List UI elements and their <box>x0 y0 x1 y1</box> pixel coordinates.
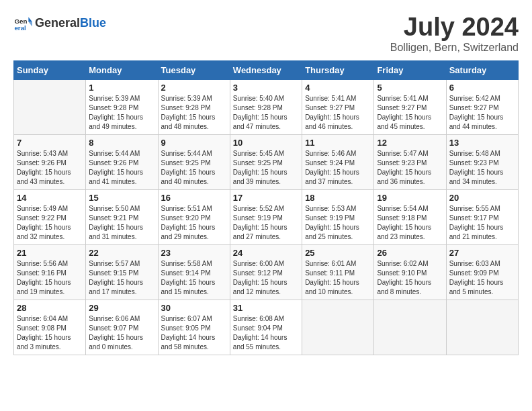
day-number: 3 <box>233 83 299 93</box>
day-info: Sunrise: 5:41 AMSunset: 9:27 PMDaylight:… <box>377 94 443 132</box>
header-day-wednesday: Wednesday <box>230 60 302 79</box>
svg-marker-2 <box>28 17 32 22</box>
day-info: Sunrise: 6:08 AMSunset: 9:04 PMDaylight:… <box>233 314 299 352</box>
calendar-week-1: 1Sunrise: 5:39 AMSunset: 9:28 PMDaylight… <box>14 79 519 134</box>
logo-blue: Blue <box>80 16 106 30</box>
calendar-cell: 17Sunrise: 5:52 AMSunset: 9:19 PMDayligh… <box>230 189 302 244</box>
header-day-thursday: Thursday <box>302 60 374 79</box>
page-subtitle: Bolligen, Bern, Switzerland <box>390 42 519 54</box>
day-number: 30 <box>161 303 227 313</box>
calendar-cell <box>14 79 86 134</box>
day-info: Sunrise: 6:03 AMSunset: 9:09 PMDaylight:… <box>449 259 515 297</box>
day-number: 27 <box>449 248 515 258</box>
day-number: 12 <box>377 138 443 148</box>
day-info: Sunrise: 5:57 AMSunset: 9:15 PMDaylight:… <box>89 259 154 297</box>
day-number: 26 <box>377 248 443 258</box>
calendar-week-3: 14Sunrise: 5:49 AMSunset: 9:22 PMDayligh… <box>14 189 519 244</box>
calendar-cell: 27Sunrise: 6:03 AMSunset: 9:09 PMDayligh… <box>446 244 518 300</box>
day-number: 21 <box>17 248 83 258</box>
calendar-header: SundayMondayTuesdayWednesdayThursdayFrid… <box>14 60 519 79</box>
day-info: Sunrise: 5:44 AMSunset: 9:26 PMDaylight:… <box>89 149 154 187</box>
svg-marker-3 <box>28 22 32 27</box>
day-info: Sunrise: 5:58 AMSunset: 9:14 PMDaylight:… <box>161 259 227 297</box>
calendar-cell: 1Sunrise: 5:39 AMSunset: 9:28 PMDaylight… <box>86 79 158 134</box>
calendar-cell: 20Sunrise: 5:55 AMSunset: 9:17 PMDayligh… <box>446 189 518 244</box>
calendar-cell: 9Sunrise: 5:44 AMSunset: 9:25 PMDaylight… <box>158 134 230 189</box>
logo-icon: Gen eral <box>13 13 32 32</box>
day-info: Sunrise: 5:45 AMSunset: 9:25 PMDaylight:… <box>233 149 299 187</box>
day-number: 28 <box>17 303 83 313</box>
calendar-cell: 25Sunrise: 6:01 AMSunset: 9:11 PMDayligh… <box>302 244 374 300</box>
calendar-cell: 15Sunrise: 5:50 AMSunset: 9:21 PMDayligh… <box>86 189 158 244</box>
day-number: 16 <box>161 193 227 203</box>
day-info: Sunrise: 5:48 AMSunset: 9:23 PMDaylight:… <box>449 149 515 187</box>
calendar-body: 1Sunrise: 5:39 AMSunset: 9:28 PMDaylight… <box>14 79 519 355</box>
logo-general: General <box>35 16 80 30</box>
day-number: 2 <box>161 83 227 93</box>
day-info: Sunrise: 5:47 AMSunset: 9:23 PMDaylight:… <box>377 149 443 187</box>
day-info: Sunrise: 6:02 AMSunset: 9:10 PMDaylight:… <box>377 259 443 297</box>
day-number: 13 <box>449 138 515 148</box>
calendar-cell: 3Sunrise: 5:40 AMSunset: 9:28 PMDaylight… <box>230 79 302 134</box>
day-info: Sunrise: 6:07 AMSunset: 9:05 PMDaylight:… <box>161 314 227 352</box>
day-info: Sunrise: 5:50 AMSunset: 9:21 PMDaylight:… <box>89 204 154 242</box>
calendar-cell: 31Sunrise: 6:08 AMSunset: 9:04 PMDayligh… <box>230 300 302 355</box>
day-number: 17 <box>233 193 299 203</box>
day-number: 20 <box>449 193 515 203</box>
calendar-cell: 4Sunrise: 5:41 AMSunset: 9:27 PMDaylight… <box>302 79 374 134</box>
day-info: Sunrise: 5:54 AMSunset: 9:18 PMDaylight:… <box>377 204 443 242</box>
calendar-cell: 10Sunrise: 5:45 AMSunset: 9:25 PMDayligh… <box>230 134 302 189</box>
day-info: Sunrise: 5:56 AMSunset: 9:16 PMDaylight:… <box>17 259 83 297</box>
page-title: July 2024 <box>390 13 519 42</box>
calendar-week-4: 21Sunrise: 5:56 AMSunset: 9:16 PMDayligh… <box>14 244 519 300</box>
calendar-cell: 21Sunrise: 5:56 AMSunset: 9:16 PMDayligh… <box>14 244 86 300</box>
header-day-friday: Friday <box>374 60 446 79</box>
day-info: Sunrise: 5:51 AMSunset: 9:20 PMDaylight:… <box>161 204 227 242</box>
calendar-table: SundayMondayTuesdayWednesdayThursdayFrid… <box>13 60 519 355</box>
calendar-cell: 18Sunrise: 5:53 AMSunset: 9:19 PMDayligh… <box>302 189 374 244</box>
day-info: Sunrise: 5:41 AMSunset: 9:27 PMDaylight:… <box>305 94 371 132</box>
day-info: Sunrise: 5:40 AMSunset: 9:28 PMDaylight:… <box>233 94 299 132</box>
calendar-cell <box>374 300 446 355</box>
day-number: 4 <box>305 83 371 93</box>
calendar-cell: 6Sunrise: 5:42 AMSunset: 9:27 PMDaylight… <box>446 79 518 134</box>
day-info: Sunrise: 6:01 AMSunset: 9:11 PMDaylight:… <box>305 259 371 297</box>
title-block: July 2024 Bolligen, Bern, Switzerland <box>390 13 519 54</box>
day-number: 24 <box>233 248 299 258</box>
page-header: Gen eral GeneralBlue July 2024 Bolligen,… <box>13 13 519 54</box>
day-number: 11 <box>305 138 371 148</box>
day-number: 6 <box>449 83 515 93</box>
day-number: 8 <box>89 138 154 148</box>
day-info: Sunrise: 6:04 AMSunset: 9:08 PMDaylight:… <box>17 314 83 352</box>
day-number: 29 <box>89 303 154 313</box>
day-info: Sunrise: 5:53 AMSunset: 9:19 PMDaylight:… <box>305 204 371 242</box>
day-number: 22 <box>89 248 154 258</box>
day-info: Sunrise: 6:06 AMSunset: 9:07 PMDaylight:… <box>89 314 154 352</box>
day-info: Sunrise: 5:42 AMSunset: 9:27 PMDaylight:… <box>449 94 515 132</box>
day-number: 31 <box>233 303 299 313</box>
calendar-cell <box>446 300 518 355</box>
day-info: Sunrise: 6:00 AMSunset: 9:12 PMDaylight:… <box>233 259 299 297</box>
calendar-cell: 8Sunrise: 5:44 AMSunset: 9:26 PMDaylight… <box>86 134 158 189</box>
header-day-saturday: Saturday <box>446 60 518 79</box>
day-number: 15 <box>89 193 154 203</box>
calendar-cell: 29Sunrise: 6:06 AMSunset: 9:07 PMDayligh… <box>86 300 158 355</box>
calendar-week-5: 28Sunrise: 6:04 AMSunset: 9:08 PMDayligh… <box>14 300 519 355</box>
calendar-cell: 2Sunrise: 5:39 AMSunset: 9:28 PMDaylight… <box>158 79 230 134</box>
day-info: Sunrise: 5:43 AMSunset: 9:26 PMDaylight:… <box>17 149 83 187</box>
day-number: 25 <box>305 248 371 258</box>
day-number: 1 <box>89 83 154 93</box>
svg-text:eral: eral <box>14 24 26 32</box>
calendar-cell: 7Sunrise: 5:43 AMSunset: 9:26 PMDaylight… <box>14 134 86 189</box>
day-info: Sunrise: 5:39 AMSunset: 9:28 PMDaylight:… <box>161 94 227 132</box>
day-info: Sunrise: 5:52 AMSunset: 9:19 PMDaylight:… <box>233 204 299 242</box>
day-number: 23 <box>161 248 227 258</box>
calendar-cell: 5Sunrise: 5:41 AMSunset: 9:27 PMDaylight… <box>374 79 446 134</box>
calendar-cell: 30Sunrise: 6:07 AMSunset: 9:05 PMDayligh… <box>158 300 230 355</box>
day-number: 9 <box>161 138 227 148</box>
day-info: Sunrise: 5:46 AMSunset: 9:24 PMDaylight:… <box>305 149 371 187</box>
day-info: Sunrise: 5:39 AMSunset: 9:28 PMDaylight:… <box>89 94 154 132</box>
calendar-week-2: 7Sunrise: 5:43 AMSunset: 9:26 PMDaylight… <box>14 134 519 189</box>
calendar-cell: 13Sunrise: 5:48 AMSunset: 9:23 PMDayligh… <box>446 134 518 189</box>
day-number: 19 <box>377 193 443 203</box>
